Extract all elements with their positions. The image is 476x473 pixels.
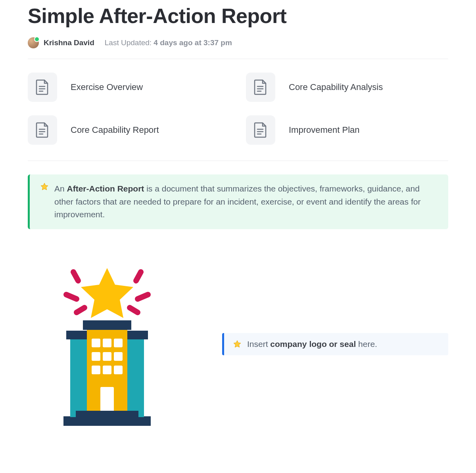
company-illustration <box>28 261 186 427</box>
svg-rect-29 <box>103 352 111 361</box>
svg-rect-35 <box>76 411 138 418</box>
logo-section: Insert company logo or seal here. <box>28 261 448 427</box>
svg-rect-27 <box>114 339 123 347</box>
svg-line-12 <box>73 272 78 281</box>
section-nav: Exercise Overview Core Capability Analys… <box>28 73 448 145</box>
logo-instruction-callout: Insert company logo or seal here. <box>222 333 448 355</box>
svg-line-17 <box>130 308 138 312</box>
nav-item-core-capability-report[interactable]: Core Capability Report <box>28 115 230 145</box>
page-title: Simple After-Action Report <box>28 4 448 28</box>
logo-note-lead: Insert <box>247 339 270 349</box>
logo-note-text: Insert company logo or seal here. <box>247 339 377 349</box>
nav-label: Exercise Overview <box>71 82 143 92</box>
callout-text: An After-Action Report is a document tha… <box>54 182 438 221</box>
nav-item-improvement-plan[interactable]: Improvement Plan <box>246 115 448 145</box>
document-meta: Krishna David Last Updated: 4 days ago a… <box>28 37 448 48</box>
document-icon <box>28 115 57 145</box>
svg-rect-32 <box>103 366 111 374</box>
document-icon <box>246 115 275 145</box>
nav-label: Improvement Plan <box>289 125 360 135</box>
callout-bold: After-Action Report <box>67 184 144 193</box>
definition-callout: An After-Action Report is a document tha… <box>28 174 448 229</box>
callout-lead: An <box>54 184 67 193</box>
last-updated-prefix: Last Updated: <box>105 38 154 47</box>
nav-item-exercise-overview[interactable]: Exercise Overview <box>28 73 230 102</box>
svg-line-14 <box>66 295 77 299</box>
nav-label: Core Capability Report <box>71 125 159 135</box>
building-star-icon <box>42 261 173 427</box>
nav-item-core-capability-analysis[interactable]: Core Capability Analysis <box>246 73 448 102</box>
svg-rect-20 <box>127 339 144 417</box>
svg-rect-31 <box>92 366 100 374</box>
svg-rect-28 <box>92 352 100 361</box>
svg-rect-19 <box>70 339 87 417</box>
author-name[interactable]: Krishna David <box>44 38 94 47</box>
nav-label: Core Capability Analysis <box>289 82 383 92</box>
page-icon <box>36 79 49 95</box>
svg-rect-24 <box>83 320 131 330</box>
svg-rect-33 <box>114 366 123 374</box>
star-icon <box>233 340 242 349</box>
logo-note-rest: here. <box>356 339 377 349</box>
page-icon <box>254 122 267 138</box>
svg-line-13 <box>136 272 141 281</box>
divider <box>28 59 448 59</box>
last-updated-label: Last Updated: 4 days ago at 3:37 pm <box>105 38 232 47</box>
page-icon <box>254 79 267 95</box>
svg-rect-25 <box>92 339 100 347</box>
svg-line-15 <box>138 295 148 299</box>
logo-note-bold: company logo or seal <box>270 339 356 349</box>
document-icon <box>246 73 275 102</box>
page-icon <box>36 122 49 138</box>
svg-rect-26 <box>103 339 111 347</box>
document-page: Simple After-Action Report Krishna David… <box>0 4 476 443</box>
author-avatar[interactable] <box>28 37 39 48</box>
svg-rect-30 <box>114 352 123 361</box>
last-updated-value: 4 days ago at 3:37 pm <box>154 38 232 47</box>
star-icon <box>40 182 49 191</box>
divider <box>28 161 448 161</box>
document-icon <box>28 73 57 102</box>
svg-line-16 <box>77 308 84 312</box>
